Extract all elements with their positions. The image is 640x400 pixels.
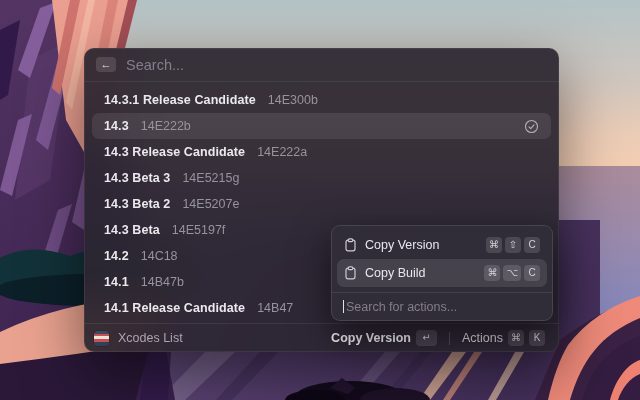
action-label: Copy Version	[365, 238, 478, 252]
status-bar: Xcodes List Copy Version ↵ Actions ⌘ K	[84, 323, 559, 352]
build-number: 14E5197f	[172, 223, 226, 237]
text-cursor	[343, 300, 344, 313]
build-number: 14E222a	[257, 145, 307, 159]
key-cap: C	[524, 237, 540, 253]
version-name: 14.3 Release Candidate	[104, 145, 245, 159]
build-number: 14E5207e	[182, 197, 239, 211]
search-input[interactable]	[126, 57, 547, 73]
version-name: 14.1 Release Candidate	[104, 301, 245, 315]
version-name: 14.3 Beta	[104, 223, 160, 237]
action-item[interactable]: Copy Build ⌘⌥C	[337, 259, 547, 287]
back-button[interactable]: ←	[96, 57, 116, 72]
xcodes-app-icon	[94, 331, 109, 346]
action-label: Copy Build	[365, 266, 476, 280]
actions-search-input[interactable]: Search for actions...	[332, 292, 552, 320]
actions-panel: Copy Version ⌘⇧C Copy Build ⌘⌥C Search f…	[331, 225, 553, 321]
footer-left: Xcodes List	[94, 331, 183, 346]
k-key-icon: K	[529, 330, 545, 346]
installed-check-icon	[524, 119, 539, 134]
clipboard-icon	[344, 266, 357, 280]
actions-search-placeholder: Search for actions...	[346, 300, 457, 314]
command-title: Xcodes List	[118, 331, 183, 345]
footer-right: Copy Version ↵ Actions ⌘ K	[327, 327, 549, 349]
version-name: 14.3.1 Release Candidate	[104, 93, 256, 107]
actions-label: Actions	[462, 331, 503, 345]
key-cap: ⇧	[505, 237, 521, 253]
build-number: 14E300b	[268, 93, 318, 107]
version-name: 14.2	[104, 249, 129, 263]
build-number: 14E5215g	[182, 171, 239, 185]
build-number: 14B47	[257, 301, 293, 315]
cmd-key-icon: ⌘	[508, 330, 524, 346]
primary-action-label: Copy Version	[331, 331, 411, 345]
version-name: 14.3 Beta 3	[104, 171, 170, 185]
version-name: 14.3 Beta 2	[104, 197, 170, 211]
key-cap: C	[524, 265, 540, 281]
version-row[interactable]: 14.3 Release Candidate 14E222a	[92, 139, 551, 165]
build-number: 14B47b	[141, 275, 184, 289]
shortcut-keys: ⌘⇧C	[486, 237, 540, 253]
key-cap: ⌘	[486, 237, 502, 253]
version-name: 14.3	[104, 119, 129, 133]
key-cap: ⌘	[484, 265, 500, 281]
clipboard-icon	[344, 238, 357, 252]
return-key-icon: ↵	[416, 330, 437, 346]
version-name: 14.1	[104, 275, 129, 289]
action-item[interactable]: Copy Version ⌘⇧C	[337, 231, 547, 259]
version-row[interactable]: 14.3 Beta 3 14E5215g	[92, 165, 551, 191]
actions-button[interactable]: Actions ⌘ K	[458, 327, 549, 349]
version-row[interactable]: 14.3 14E222b	[92, 113, 551, 139]
back-arrow-icon: ←	[101, 59, 112, 70]
version-row[interactable]: 14.3.1 Release Candidate 14E300b	[92, 87, 551, 113]
build-number: 14C18	[141, 249, 178, 263]
build-number: 14E222b	[141, 119, 191, 133]
version-row[interactable]: 14.3 Beta 2 14E5207e	[92, 191, 551, 217]
search-header: ←	[84, 48, 559, 82]
actions-list: Copy Version ⌘⇧C Copy Build ⌘⌥C	[332, 226, 552, 292]
footer-divider	[449, 332, 450, 345]
key-cap: ⌥	[503, 265, 521, 281]
shortcut-keys: ⌘⌥C	[484, 265, 540, 281]
primary-action-button[interactable]: Copy Version ↵	[327, 327, 441, 349]
raycast-window: ← 14.3.1 Release Candidate 14E300b 14.3 …	[84, 48, 559, 352]
